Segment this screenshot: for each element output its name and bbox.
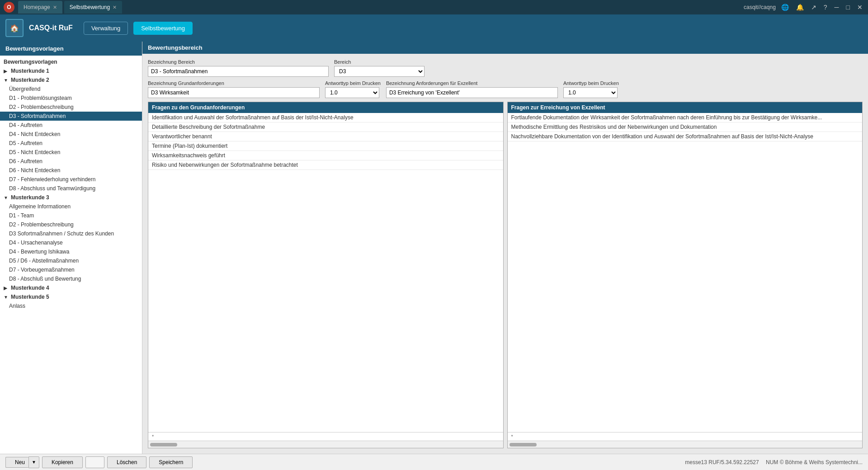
list-item[interactable]: Fortlaufende Dokumentation der Wirksamke… — [508, 113, 863, 122]
sidebar-root-label: Bewertungsvorlagen — [0, 57, 142, 66]
sidebar-item-musterkunde5[interactable]: ▼ Musterkunde 5 — [0, 292, 142, 301]
tab-selbstbewertung-close[interactable]: ✕ — [113, 5, 117, 10]
list-item[interactable]: Verantwortlicher benannt — [148, 132, 503, 141]
globe-icon[interactable]: 🌐 — [779, 4, 791, 11]
sidebar-item-d3-sofortmassnahmen-mk3[interactable]: D3 Sofortmaßnahmen / Schutz des Kunden — [0, 229, 142, 238]
d8-abschluss-bewertung-label: D8 - Abschluß und Bewertung — [9, 276, 81, 282]
help-icon[interactable]: ? — [822, 4, 829, 11]
sidebar-item-d1-problemloesungsteam[interactable]: D1 - Problemlösungsteam — [0, 94, 142, 103]
allgemeine-info-label: Allgemeine Informationen — [9, 203, 71, 210]
bereich-select[interactable]: D3 — [334, 66, 425, 77]
sidebar-item-d8-abschluss-bewertung[interactable]: D8 - Abschluß und Bewertung — [0, 274, 142, 283]
tab-homepage[interactable]: Homepage ✕ — [18, 1, 62, 14]
bezeichnung-bereich-input[interactable] — [148, 66, 329, 77]
sidebar-item-d7-fehlerwiederholung[interactable]: D7 - Fehlerwiederholung verhindern — [0, 175, 142, 184]
left-list-body: Identifikation und Auswahl der Sofortmaß… — [148, 113, 503, 432]
content-area: Bewertungsbereich Bezeichnung Bereich Be… — [142, 42, 868, 454]
d3-sofortmassnahmen-mk3-label: D3 Sofortmaßnahmen / Schutz des Kunden — [9, 230, 114, 237]
sidebar-content: Bewertungsvorlagen ▶ Musterkunde 1 ▼ Mus… — [0, 56, 142, 312]
musterkunde2-label: Musterkunde 2 — [11, 77, 49, 83]
bezeichnung-anf-label: Bezeichnung Anforderungen für Exzellent — [386, 80, 558, 86]
bezeichnung-anf-group: Bezeichnung Anforderungen für Exzellent — [386, 80, 558, 98]
bezeichnung-bereich-group: Bezeichnung Bereich — [148, 59, 329, 77]
bezeichnung-grund-input[interactable] — [148, 87, 320, 98]
d5-nicht-entdecken-label: D5 - Nicht Entdecken — [9, 149, 60, 155]
sidebar-item-d6-nicht-entdecken[interactable]: D6 - Nicht Entdecken — [0, 166, 142, 175]
minimize-icon[interactable]: ─ — [833, 4, 841, 11]
right-scrollbar[interactable] — [509, 443, 537, 446]
list-item[interactable]: Detaillierte Beschreibung der Sofortmaßn… — [148, 122, 503, 132]
left-scrollbar-area[interactable] — [148, 441, 503, 448]
d6-auftreten-label: D6 - Auftreten — [9, 158, 42, 164]
sidebar-item-d7-vorbeugemassnahmen[interactable]: D7 - Vorbeugemaßnahmen — [0, 265, 142, 274]
musterkunde5-label: Musterkunde 5 — [11, 294, 49, 300]
antworttyp-drucken-select[interactable]: 1.0 — [325, 87, 379, 98]
copy-button[interactable]: Kopieren — [42, 456, 83, 468]
new-button-arrow[interactable]: ▼ — [28, 456, 39, 468]
d7-vorbeugemassnahmen-label: D7 - Vorbeugemaßnahmen — [9, 267, 75, 273]
bell-icon[interactable]: 🔔 — [794, 4, 806, 11]
chevron-right-icon-2: ▶ — [4, 286, 9, 291]
maximize-icon[interactable]: □ — [844, 4, 852, 11]
left-panel-header: Fragen zu den Grundanforderungen — [148, 102, 503, 113]
export-icon[interactable]: ↗ — [809, 4, 818, 11]
title-bar-right: casqit//caqng 🌐 🔔 ↗ ? ─ □ ✕ — [744, 4, 864, 11]
sidebar-item-musterkunde2[interactable]: ▼ Musterkunde 2 — [0, 75, 142, 85]
list-item[interactable]: Methodische Ermittlung des Restrisikos u… — [508, 122, 863, 132]
verwaltung-button[interactable]: Verwaltung — [84, 22, 128, 35]
form-row-1: Bezeichnung Bereich Bereich D3 — [148, 59, 863, 77]
sidebar-item-d3-sofortmassnahmen[interactable]: D3 - Sofortmaßnahmen — [0, 112, 142, 121]
right-list-body: Fortlaufende Dokumentation der Wirksamke… — [508, 113, 863, 432]
sidebar-item-d4-ishikawa[interactable]: D4 - Bewertung Ishikawa — [0, 247, 142, 256]
tab-homepage-close[interactable]: ✕ — [53, 5, 57, 10]
list-item[interactable]: Risiko und Nebenwirkungen der Sofortmaßn… — [148, 160, 503, 170]
list-item[interactable]: Wirksamkeitsnachweis geführt — [148, 151, 503, 160]
sidebar-item-d4-nicht-entdecken[interactable]: D4 - Nicht Entdecken — [0, 130, 142, 139]
lists-area: Fragen zu den Grundanforderungen Identif… — [148, 102, 863, 448]
left-panel-footer: * — [148, 432, 503, 441]
right-panel-footer: * — [508, 432, 863, 441]
sidebar-item-d5-auftreten[interactable]: D5 - Auftreten — [0, 139, 142, 148]
sidebar-item-d8-abschluss-team[interactable]: D8 - Abschluss und Teamwürdigung — [0, 184, 142, 193]
antworttyp-drucken2-group: Antworttyp beim Drucken 1.0 — [563, 80, 619, 98]
sidebar-item-d5-nicht-entdecken[interactable]: D5 - Nicht Entdecken — [0, 148, 142, 157]
list-item[interactable]: Termine (Plan-Ist) dokumentiert — [148, 141, 503, 151]
d8-abschluss-team-label: D8 - Abschluss und Teamwürdigung — [9, 185, 95, 192]
status-bar: messe13 RUF/5.34.592.22527 NUM © Böhme &… — [685, 459, 863, 465]
sidebar-item-d6-auftreten[interactable]: D6 - Auftreten — [0, 157, 142, 166]
sidebar-item-musterkunde4[interactable]: ▶ Musterkunde 4 — [0, 283, 142, 292]
sidebar-item-uebergreifend[interactable]: Übergreifend — [0, 85, 142, 94]
bezeichnung-anf-input[interactable] — [386, 87, 558, 98]
main-layout: Bewertungsvorlagen Bewertungsvorlagen ▶ … — [0, 42, 868, 454]
sidebar-item-d4-auftreten[interactable]: D4 - Auftreten — [0, 121, 142, 130]
app-title: CASQ-it RuF — [29, 24, 73, 32]
sidebar-item-d2-problembeschreibung-mk3[interactable]: D2 - Problembeschreibung — [0, 220, 142, 229]
save-button[interactable]: Speichern — [149, 456, 193, 468]
right-list-panel: Fragen zur Erreichung von Exzellent Fort… — [507, 102, 863, 448]
sidebar-item-anlass[interactable]: Anlass — [0, 301, 142, 310]
left-scrollbar[interactable] — [150, 443, 177, 446]
list-item[interactable]: Nachvollziehbare Dokumentation von der I… — [508, 132, 863, 141]
sidebar-item-d1-team[interactable]: D1 - Team — [0, 211, 142, 220]
tab-selbstbewertung[interactable]: Selbstbewertung ✕ — [64, 1, 122, 14]
sidebar-item-d5d6-abstellmassnahmen[interactable]: D5 / D6 - Abstellmaßnahmen — [0, 256, 142, 265]
list-item[interactable]: Identifikation und Auswahl der Sofortmaß… — [148, 113, 503, 122]
right-scrollbar-area[interactable] — [508, 441, 863, 448]
chevron-right-icon: ▶ — [4, 69, 9, 74]
new-button[interactable]: Neu — [5, 457, 28, 468]
selbstbewertung-button[interactable]: Selbstbewertung — [133, 22, 193, 35]
close-icon[interactable]: ✕ — [855, 4, 864, 11]
antworttyp-drucken2-select[interactable]: 1.0 — [563, 87, 618, 98]
delete-button[interactable]: Löschen — [107, 456, 146, 468]
sidebar-item-d4-ursachenanalyse[interactable]: D4 - Ursachenanalyse — [0, 238, 142, 247]
bezeichnung-grund-label: Bezeichnung Grundanforderungen — [148, 80, 320, 86]
sidebar-item-musterkunde1[interactable]: ▶ Musterkunde 1 — [0, 66, 142, 75]
bezeichnung-grund-group: Bezeichnung Grundanforderungen — [148, 80, 320, 98]
sidebar-item-d2-problembeschreibung[interactable]: D2 - Problembeschreibung — [0, 103, 142, 112]
sidebar-item-musterkunde3[interactable]: ▼ Musterkunde 3 — [0, 193, 142, 202]
d4-ursachenanalyse-label: D4 - Ursachenanalyse — [9, 240, 63, 246]
d1-team-label: D1 - Team — [9, 212, 34, 219]
sidebar-item-allgemeine-info[interactable]: Allgemeine Informationen — [0, 202, 142, 211]
musterkunde1-label: Musterkunde 1 — [11, 68, 49, 74]
form-row-2: Bezeichnung Grundanforderungen Antwortty… — [148, 80, 863, 98]
